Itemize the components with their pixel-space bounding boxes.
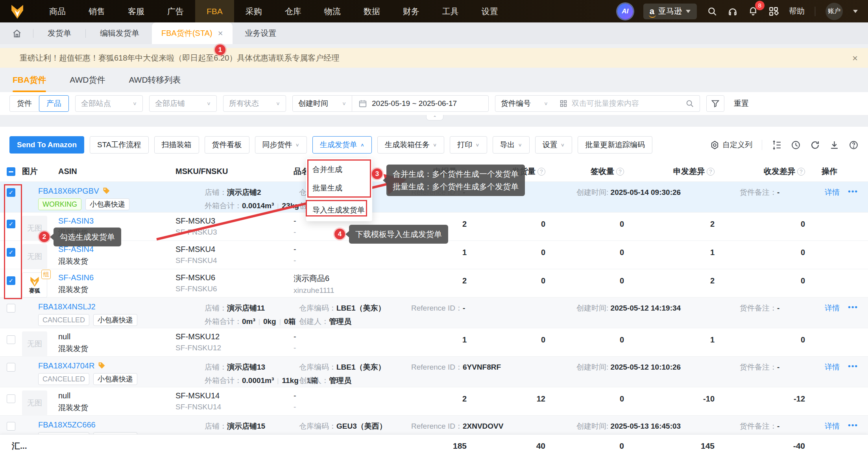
nav-menu-广告[interactable]: 广告 xyxy=(156,0,195,22)
remark-value: - xyxy=(777,363,779,371)
print-dropdown[interactable]: 打印∨ xyxy=(450,136,487,154)
search-type-select[interactable]: 货件编号∨ xyxy=(495,95,554,112)
nav-menu-工具[interactable]: 工具 xyxy=(431,0,470,22)
send-to-amazon-button[interactable]: Send To Amazon xyxy=(9,136,84,154)
notifications[interactable]: 8 xyxy=(748,6,758,17)
sta-workflow-button[interactable]: STA工作流程 xyxy=(90,136,149,154)
close-icon[interactable]: × xyxy=(218,28,223,39)
subtab-AWD货件[interactable]: AWD货件 xyxy=(70,68,105,92)
custom-columns-button[interactable]: 自定义列 xyxy=(710,140,752,150)
store-select[interactable]: 全部店铺∨ xyxy=(149,95,217,112)
tab-fba-shipment-sta[interactable]: FBA货件(STA) × xyxy=(152,22,233,44)
more-actions-icon[interactable]: ••• xyxy=(848,362,858,370)
history-clock-icon[interactable] xyxy=(791,140,801,150)
download-icon[interactable] xyxy=(829,140,839,150)
detail-link[interactable]: 详情 xyxy=(825,362,840,372)
shipment-code-link[interactable]: FBA18X5ZC666 xyxy=(38,420,96,429)
search-icon[interactable] xyxy=(685,99,694,108)
tab-shipping-orders[interactable]: 发货单 xyxy=(35,22,84,44)
account-chevron-down-icon[interactable] xyxy=(853,10,858,13)
refresh-icon[interactable] xyxy=(810,140,820,150)
banner-close-icon[interactable]: × xyxy=(852,53,858,64)
row-density-icon[interactable] xyxy=(772,140,781,150)
asin-link[interactable]: SF-ASIN6 xyxy=(58,269,175,282)
ops-cell xyxy=(813,269,868,297)
nav-menu-客服[interactable]: 客服 xyxy=(116,0,156,22)
shipment-code-link[interactable]: FBA18X4NSLJ2 xyxy=(38,302,96,311)
warehouse-value: LBE1（美东） xyxy=(336,363,386,371)
settings-dropdown[interactable]: 设置∨ xyxy=(535,136,572,154)
collapse-filter-handle[interactable]: ⌃ xyxy=(426,115,443,120)
warehouse-label: 仓库编码： xyxy=(299,304,336,312)
more-actions-icon[interactable]: ••• xyxy=(848,187,858,196)
row-checkbox[interactable] xyxy=(7,335,15,344)
detail-link[interactable]: 详情 xyxy=(825,421,840,431)
asin-link[interactable]: SF-ASIN3 xyxy=(58,213,175,226)
marketplace-selector[interactable]: a 亚马逊 xyxy=(643,4,697,19)
sync-shipment-dropdown[interactable]: 同步货件∨ xyxy=(255,136,307,154)
row-checkbox[interactable] xyxy=(7,422,15,431)
nav-menu-物流[interactable]: 物流 xyxy=(313,0,352,22)
nav-menu-采购[interactable]: 采购 xyxy=(234,0,273,22)
nav-menu-数据[interactable]: 数据 xyxy=(352,0,392,22)
warehouse-value: GEU3（美西） xyxy=(336,422,387,430)
time-type-select[interactable]: 创建时间∨ xyxy=(292,95,352,112)
generate-shipping-order-dropdown[interactable]: 生成发货单∧ xyxy=(312,136,372,154)
row-checkbox[interactable] xyxy=(7,304,15,313)
scan-packing-button[interactable]: 扫描装箱 xyxy=(154,136,199,154)
reset-filters-button[interactable]: 重置 xyxy=(734,98,749,109)
nav-menu-销售[interactable]: 销售 xyxy=(77,0,116,22)
tab-edit-shipping-order[interactable]: 编辑发货单 xyxy=(87,22,152,44)
subtab-FBA货件[interactable]: FBA货件 xyxy=(13,68,46,92)
help-icon[interactable]: ? xyxy=(797,168,805,176)
advanced-filter-button[interactable] xyxy=(706,95,724,112)
nav-menu-FBA[interactable]: FBA xyxy=(195,0,234,22)
warehouse-block: 仓库编码：LBE1（美东） xyxy=(299,303,386,313)
nav-menu-财务[interactable]: 财务 xyxy=(392,0,431,22)
search-icon[interactable] xyxy=(707,6,717,17)
nav-menu-设置[interactable]: 设置 xyxy=(470,0,510,22)
creator-label: 创建人： xyxy=(299,376,329,385)
toolbar-right: 自定义列 xyxy=(710,140,859,150)
subtab-AWD转移列表[interactable]: AWD转移列表 xyxy=(129,68,181,92)
shipment-code-link[interactable]: FBA18X6KPGBV xyxy=(38,187,99,195)
date-range-picker[interactable]: 2025-05-19 ~ 2025-06-17 xyxy=(352,95,489,112)
box-total-label: 外箱合计： xyxy=(205,376,242,385)
status-select[interactable]: 所有状态∨ xyxy=(223,95,286,112)
batch-grid-icon[interactable] xyxy=(559,99,568,108)
help-icon[interactable] xyxy=(849,140,859,150)
nav-menu-商品[interactable]: 商品 xyxy=(38,0,77,22)
help-icon[interactable]: ? xyxy=(616,168,624,176)
nav-menu-仓库[interactable]: 仓库 xyxy=(273,0,313,22)
ai-assistant-icon[interactable]: AI xyxy=(617,4,633,19)
row-checkbox[interactable] xyxy=(7,394,15,403)
row-checkbox[interactable] xyxy=(7,363,15,372)
detail-link[interactable]: 详情 xyxy=(825,303,840,313)
summary-row: 汇... 185 40 0 145 -40 xyxy=(0,434,868,457)
shipment-code-link[interactable]: FBA18X4J704R xyxy=(38,361,94,370)
headset-icon[interactable] xyxy=(728,6,738,17)
tab-business-settings[interactable]: 业务设置 xyxy=(233,22,289,44)
home-icon[interactable] xyxy=(12,28,22,39)
segment-product[interactable]: 产品 xyxy=(39,95,69,112)
search-input[interactable] xyxy=(572,99,681,108)
account-avatar[interactable]: 账户 xyxy=(826,3,843,20)
tooltip-line-batch: 批量生成：多个货件生成多个发货单 xyxy=(393,180,519,193)
help-icon[interactable]: ? xyxy=(537,168,545,176)
generate-boxtask-dropdown[interactable]: 生成装箱任务∨ xyxy=(377,136,444,154)
help-icon[interactable]: ? xyxy=(707,168,715,176)
help-link[interactable]: 帮助 xyxy=(789,6,805,17)
detail-link[interactable]: 详情 xyxy=(825,187,840,198)
apps-grid-icon[interactable] xyxy=(768,6,779,17)
site-select[interactable]: 全部站点∨ xyxy=(75,95,143,112)
select-all-checkbox[interactable] xyxy=(7,167,15,176)
more-actions-icon[interactable]: ••• xyxy=(848,303,858,311)
fox-logo-icon[interactable] xyxy=(9,3,26,20)
segment-shipment[interactable]: 货件 xyxy=(9,95,39,112)
pipe: | xyxy=(277,377,279,384)
more-actions-icon[interactable]: ••• xyxy=(848,421,858,429)
export-dropdown[interactable]: 导出∨ xyxy=(493,136,530,154)
created-block: 创建时间: 2025-05-12 14:19:34 xyxy=(576,303,681,313)
shipment-board-button[interactable]: 货件看板 xyxy=(205,136,249,154)
batch-update-tracking-button[interactable]: 批量更新追踪编码 xyxy=(578,136,652,154)
